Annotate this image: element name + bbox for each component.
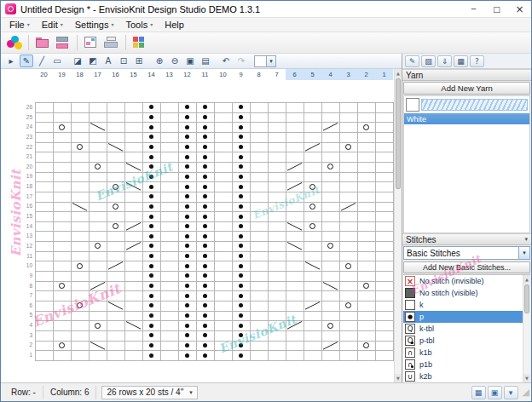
select-tool-icon[interactable]: ▸ [4,55,18,67]
ruler-column-7[interactable]: 7 [268,69,286,80]
status-grid-button[interactable]: ▦ [471,386,486,399]
yarn-item[interactable]: White [404,96,529,124]
chart-dimensions-button[interactable]: 26 rows x 20 sts / 4" ▾ [101,386,197,399]
chevron-down-icon[interactable]: ▾ [518,247,529,259]
scroll-up-icon[interactable]: ▲ [523,275,530,284]
charts-icon[interactable] [130,34,149,52]
menu-settings[interactable]: Settings▾ [69,19,120,32]
ruler-column-8[interactable]: 8 [250,69,268,80]
add-yarn-button[interactable]: Add New Yarn [403,82,530,95]
ruler-column-16[interactable]: 16 [107,69,124,80]
pencil-tool-icon[interactable]: ✎ [20,55,33,67]
eraser-tool-icon[interactable]: ◪ [71,55,84,67]
ruler-column-2[interactable]: 2 [357,69,375,80]
purl-symbol [203,264,207,268]
toolbar-separator [77,35,78,50]
ruler-column-1[interactable]: 1 [375,69,393,80]
fill-tool-icon[interactable]: ◩ [86,55,100,67]
rectangle-tool-icon[interactable]: ▭ [50,55,64,67]
purl-symbol [149,353,153,358]
zoom-out-tool-icon[interactable]: ⊖ [168,55,182,67]
stitch-item-k1b[interactable]: ∩k1b [403,347,523,359]
stitch-grid[interactable] [35,102,394,361]
grid-tool-icon[interactable]: ⊞ [132,55,146,67]
stitch-item-no-stitch-invisible[interactable]: ×No stitch (invisible) [403,275,523,287]
ruler-column-19[interactable]: 19 [53,69,71,80]
menu-edit[interactable]: Edit▾ [36,19,69,32]
stitch-scrollbar-thumb[interactable] [524,284,529,313]
menu-tools[interactable]: Tools▾ [120,19,159,32]
ruler-column-18[interactable]: 18 [71,69,89,80]
palette-icon[interactable]: ▨ [421,55,436,67]
ruler-column-5[interactable]: 5 [304,69,321,80]
stamp-tool-icon[interactable]: ⊡ [117,55,130,67]
print-icon[interactable] [102,34,121,52]
scroll-down-icon[interactable]: ▼ [395,374,402,382]
scroll-down-icon[interactable]: ▼ [523,374,530,382]
stitch-scrollbar[interactable]: ▲ ▼ [523,275,530,382]
status-preview-button[interactable]: ▣ [488,386,502,399]
line-tool-icon[interactable]: ╱ [35,55,49,67]
ruler-column-6[interactable]: 6 [286,69,304,80]
tool-option-select[interactable]: ▾ [254,55,276,67]
title-bar[interactable]: Untitled Design * - EnvisioKnit Design S… [1,1,531,18]
import-stitches-icon[interactable]: ⇓ [437,55,452,67]
purl-symbol [185,324,189,328]
stitch-symbol-icon: ∪ [405,371,415,382]
menu-file[interactable]: File▾ [3,19,36,32]
ruler-column-12[interactable]: 12 [178,69,196,80]
panel-help-icon[interactable]: ? [470,55,484,67]
yarn-swatch[interactable] [406,98,419,112]
ruler-column-10[interactable]: 10 [214,69,232,80]
stitch-item-p-tbl[interactable]: Qp-tbl [403,335,523,347]
chevron-down-icon: ▾ [111,21,113,27]
ruler-column-15[interactable]: 15 [124,69,142,80]
redo-icon[interactable]: ↷ [234,55,248,67]
canvas-scrollbar[interactable]: ▲ ▼ [394,69,402,382]
ruler-column-20[interactable]: 20 [35,69,53,80]
ruler-column-4[interactable]: 4 [321,69,339,80]
stitch-table-icon[interactable]: ▦ [454,55,468,67]
purl-symbol [185,313,189,318]
stitch-item-k[interactable]: k [403,299,523,311]
chart-canvas[interactable]: 2019181716151413121110987654321 26252423… [1,69,394,382]
edit-yarn-icon[interactable]: ✎ [405,55,419,67]
ruler-column-3[interactable]: 3 [339,69,357,80]
stitch-category-select[interactable]: Basic Stitches ▾ [403,246,530,260]
ruler-column-17[interactable]: 17 [89,69,107,80]
undo-icon[interactable]: ↶ [219,55,233,67]
stitch-item-p[interactable]: ●p [403,311,523,323]
minimize-button[interactable]: ─ [462,1,485,17]
maximize-button[interactable]: □ [485,1,508,17]
purl-symbol [149,215,153,219]
text-tool-icon[interactable]: A [101,55,115,67]
canvas-scrollbar-thumb[interactable] [396,78,401,189]
ruler-column-13[interactable]: 13 [160,69,178,80]
export-image-icon[interactable] [82,34,101,52]
chevron-down-icon: ▾ [266,56,275,66]
status-dropdown-button[interactable]: ▾ [504,386,518,399]
ruler-column-11[interactable]: 11 [196,69,214,80]
save-design-icon[interactable] [54,34,72,52]
ruler-row-13: 13 [1,231,35,241]
chevron-down-icon[interactable]: ▾ [524,236,528,243]
new-design-icon[interactable] [5,34,24,52]
yarn-name[interactable]: White [404,113,529,124]
open-design-icon[interactable] [33,34,52,52]
pages-tool-icon[interactable]: ▤ [199,55,212,67]
ruler-column-14[interactable]: 14 [142,69,160,80]
stitch-item-no-stitch-visible[interactable]: No stitch (visible) [403,287,523,299]
zoom-fit-tool-icon[interactable]: ▣ [183,55,197,67]
scroll-up-icon[interactable]: ▲ [395,69,402,78]
resize-grip[interactable]: ◢ [523,387,529,398]
ruler-column-9[interactable]: 9 [232,69,250,80]
stitch-item-k-tbl[interactable]: Qk-tbl [403,323,523,335]
zoom-in-tool-icon[interactable]: ⊕ [153,55,166,67]
purl-symbol [149,224,153,228]
add-stitch-button[interactable]: Add New Basic Stitches... [403,261,530,273]
close-button[interactable]: × [508,1,531,17]
menu-help[interactable]: Help [159,19,190,32]
purl-symbol [203,115,207,119]
stitch-item-k2b[interactable]: ∪k2b [403,370,523,382]
stitch-item-p1b[interactable]: ∩p1b [403,359,523,370]
